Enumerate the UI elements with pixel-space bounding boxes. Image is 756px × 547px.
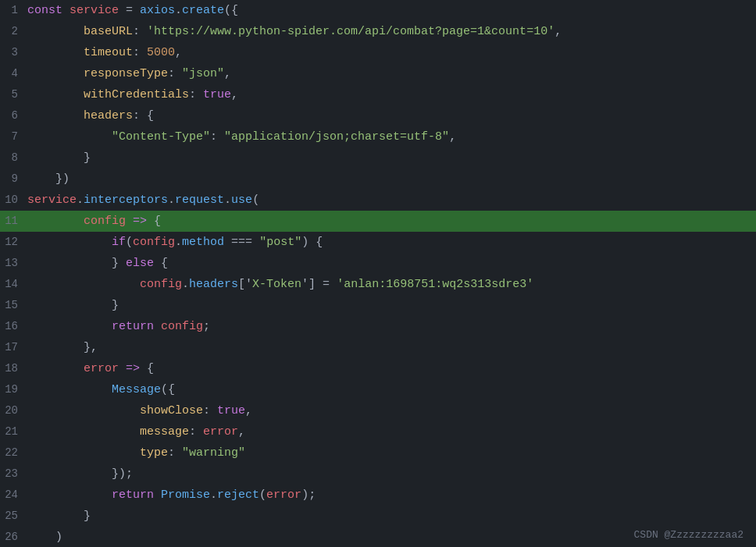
- token-plain: :: [189, 88, 203, 101]
- token-arrow: =>: [126, 362, 140, 375]
- line-number: 8: [0, 147, 27, 169]
- line-number: 20: [0, 400, 27, 421]
- code-line: 14 config.headers['X-Token'] = 'anlan:16…: [0, 274, 756, 295]
- code-line: 17 },: [0, 337, 756, 358]
- code-line: 18 error => {: [0, 358, 756, 379]
- token-fn: method: [182, 236, 224, 249]
- line-number: 9: [0, 169, 27, 190]
- line-number: 22: [0, 442, 27, 464]
- token-plain: ,: [238, 425, 245, 439]
- token-plain: :: [210, 130, 224, 144]
- token-prop: showClose: [140, 404, 203, 417]
- code-line: 12 if(config.method === "post") {: [0, 232, 756, 253]
- line-number: 19: [0, 379, 27, 400]
- line-content: "Content-Type": "application/json;charse…: [27, 126, 456, 147]
- token-plain: [27, 88, 84, 101]
- token-fn: interceptors: [84, 194, 168, 207]
- token-plain: });: [27, 467, 133, 481]
- line-number: 11: [0, 211, 27, 232]
- token-plain: [27, 67, 84, 80]
- token-str: 'anlan:1698751:wq2s313sdre3': [337, 278, 533, 291]
- token-plain: [27, 236, 112, 249]
- token-plain: {: [140, 362, 154, 375]
- token-str: X-Token: [252, 278, 301, 291]
- token-plain: :: [133, 46, 147, 59]
- line-number: 23: [0, 464, 27, 485]
- token-kw: else: [126, 257, 154, 270]
- code-line: 25 }: [0, 506, 756, 527]
- line-number: 10: [0, 190, 27, 211]
- line-content: message: error,: [27, 421, 245, 442]
- code-lines: 1const service = axios.create({2 baseURL…: [0, 0, 756, 547]
- token-prop: baseURL: [84, 25, 133, 38]
- line-number: 5: [0, 84, 27, 105]
- token-plain: },: [27, 341, 98, 354]
- line-content: return config;: [27, 316, 210, 337]
- token-plain: ,: [449, 130, 456, 144]
- line-content: responseType: "json",: [27, 63, 231, 84]
- code-editor: 1const service = axios.create({2 baseURL…: [0, 0, 756, 547]
- code-line: 5 withCredentials: true,: [0, 84, 756, 105]
- line-content: }: [27, 506, 91, 527]
- token-plain: ,: [224, 67, 231, 80]
- token-fn: Promise: [161, 488, 210, 502]
- token-fn: Message: [112, 383, 161, 396]
- token-var: config: [161, 320, 203, 333]
- code-line: 1const service = axios.create({: [0, 0, 756, 21]
- token-plain: : {: [133, 109, 154, 123]
- token-str: 'https://www.python-spider.com/api/comba…: [147, 25, 555, 38]
- line-content: },: [27, 337, 98, 358]
- token-plain: (: [126, 236, 133, 249]
- line-number: 12: [0, 232, 27, 253]
- line-content: }): [27, 169, 70, 190]
- token-fn: reject: [217, 488, 259, 502]
- token-plain: [126, 215, 133, 228]
- token-str: "warning": [182, 446, 245, 460]
- token-fn: create: [182, 4, 224, 17]
- token-var: error: [203, 425, 238, 439]
- token-plain: :: [133, 25, 147, 38]
- line-number: 17: [0, 337, 27, 358]
- token-plain: .: [175, 236, 182, 249]
- code-line: 2 baseURL: 'https://www.python-spider.co…: [0, 21, 756, 42]
- token-plain: [27, 425, 140, 439]
- line-number: 26: [0, 527, 27, 547]
- token-plain: ===: [224, 236, 259, 249]
- line-content: showClose: true,: [27, 400, 252, 421]
- token-var: error: [266, 488, 301, 502]
- line-content: timeout: 5000,: [27, 42, 182, 63]
- token-str: "Content-Type": [112, 130, 210, 144]
- token-fn: headers: [189, 278, 238, 291]
- line-number: 1: [0, 0, 27, 21]
- line-content: withCredentials: true,: [27, 84, 238, 105]
- line-content: const service = axios.create({: [27, 0, 238, 21]
- token-kw: if: [112, 236, 126, 249]
- line-number: 25: [0, 506, 27, 527]
- code-line: 10service.interceptors.request.use(: [0, 190, 756, 211]
- line-content: error => {: [27, 358, 154, 379]
- code-line: 21 message: error,: [0, 421, 756, 442]
- token-plain: [27, 383, 112, 396]
- line-content: baseURL: 'https://www.python-spider.com/…: [27, 21, 562, 42]
- line-number: 24: [0, 485, 27, 506]
- code-line: 4 responseType: "json",: [0, 63, 756, 84]
- token-plain: ,: [175, 46, 182, 59]
- line-content: }: [27, 295, 119, 316]
- token-plain: :: [168, 446, 182, 460]
- token-prop: message: [140, 425, 189, 439]
- code-line: 11 config => {: [0, 211, 756, 232]
- line-content: });: [27, 464, 133, 485]
- token-plain: ({: [224, 4, 238, 17]
- token-var: service: [70, 4, 119, 17]
- line-content: type: "warning": [27, 442, 245, 464]
- token-plain: ;: [203, 320, 210, 333]
- token-plain: :: [203, 404, 217, 417]
- token-plain: ) {: [301, 236, 323, 249]
- line-content: return Promise.reject(error);: [27, 485, 316, 506]
- token-kw: true: [217, 404, 245, 417]
- token-fn: request: [175, 194, 224, 207]
- token-plain: }: [27, 299, 119, 312]
- code-line: 6 headers: {: [0, 105, 756, 126]
- code-line: 19 Message({: [0, 379, 756, 400]
- line-content: if(config.method === "post") {: [27, 232, 323, 253]
